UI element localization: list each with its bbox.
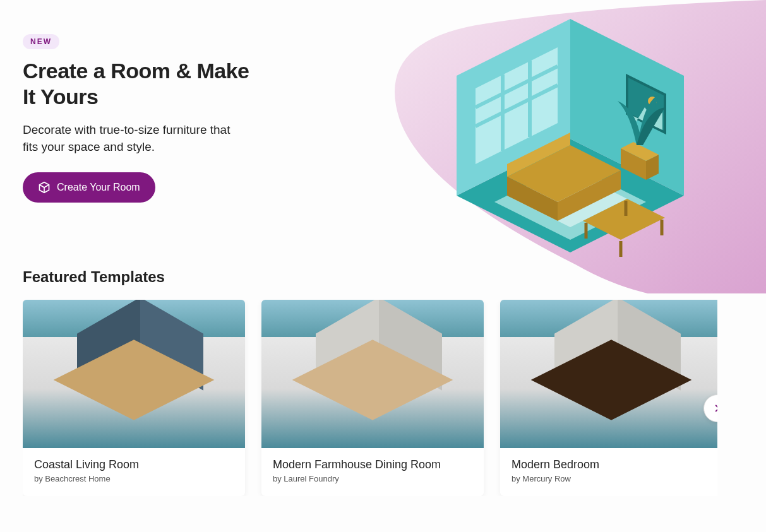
template-title: Modern Bedroom xyxy=(512,458,711,471)
new-badge: NEW xyxy=(23,34,59,49)
hero-title: Create a Room & Make It Yours xyxy=(23,58,250,110)
template-byline: by Mercury Row xyxy=(512,474,711,483)
template-title: Coastal Living Room xyxy=(34,458,234,471)
hero-subtitle: Decorate with true-to-size furniture tha… xyxy=(23,121,237,156)
template-byline: by Laurel Foundry xyxy=(273,474,472,483)
template-card[interactable]: Modern Farmhouse Dining Room by Laurel F… xyxy=(261,300,484,496)
create-room-button[interactable]: Create Your Room xyxy=(23,172,155,203)
template-byline: by Beachcrest Home xyxy=(34,474,234,483)
template-title: Modern Farmhouse Dining Room xyxy=(273,458,472,471)
template-card[interactable]: Modern Bedroom by Mercury Row xyxy=(500,300,717,496)
chevron-right-icon xyxy=(712,403,717,414)
create-room-button-label: Create Your Room xyxy=(57,182,140,193)
template-thumbnail xyxy=(500,300,717,448)
cube-icon xyxy=(38,181,51,194)
template-thumbnail xyxy=(261,300,484,448)
template-thumbnail xyxy=(23,300,245,448)
template-card[interactable]: Coastal Living Room by Beachcrest Home xyxy=(23,300,245,496)
featured-templates-heading: Featured Templates xyxy=(23,268,743,286)
templates-carousel: Coastal Living Room by Beachcrest Home M… xyxy=(23,300,717,496)
